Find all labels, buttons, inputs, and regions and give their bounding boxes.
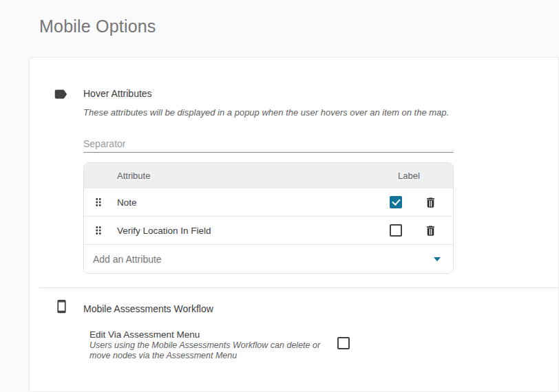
table-row: Note bbox=[84, 188, 453, 216]
table-row: Verify Location In Field bbox=[84, 216, 453, 244]
drag-indicator-icon[interactable] bbox=[92, 224, 105, 237]
delete-attribute-button[interactable] bbox=[424, 224, 445, 237]
attribute-name: Verify Location In Field bbox=[84, 226, 390, 236]
column-header-label: Label bbox=[398, 171, 453, 181]
table-header: Attribute Label bbox=[84, 163, 453, 188]
hover-attributes-table: Attribute Label Note Verif bbox=[83, 162, 454, 274]
drag-indicator-icon[interactable] bbox=[92, 196, 105, 208]
hover-attributes-title: Hover Attributes bbox=[83, 88, 152, 99]
hover-attributes-description: These attributes will be displayed in a … bbox=[83, 107, 449, 118]
chevron-down-icon bbox=[434, 257, 441, 261]
edit-via-assessment-menu-label: Edit Via Assessment Menu bbox=[89, 329, 200, 340]
edit-via-assessment-menu-description: Users using the Mobile Assessments Workf… bbox=[89, 340, 327, 361]
label-checkbox[interactable] bbox=[390, 224, 402, 237]
section-divider bbox=[39, 287, 559, 288]
mobile-assessments-title: Mobile Assessments Workflow bbox=[83, 303, 213, 314]
smartphone-icon bbox=[54, 299, 69, 316]
trash-icon bbox=[424, 196, 437, 209]
edit-via-assessment-menu-checkbox[interactable] bbox=[337, 337, 350, 349]
separator-input[interactable] bbox=[83, 135, 454, 153]
trash-icon bbox=[424, 224, 437, 237]
attribute-name: Note bbox=[84, 197, 390, 208]
add-attribute-placeholder: Add an Attribute bbox=[84, 254, 434, 265]
add-attribute-dropdown[interactable]: Add an Attribute bbox=[84, 244, 453, 273]
column-header-attribute: Attribute bbox=[84, 171, 398, 181]
label-icon bbox=[53, 87, 68, 105]
page-title: Mobile Options bbox=[39, 17, 156, 36]
mobile-options-card: Hover Attributes These attributes will b… bbox=[29, 57, 559, 392]
delete-attribute-button[interactable] bbox=[424, 196, 445, 209]
label-checkbox[interactable] bbox=[390, 196, 402, 208]
